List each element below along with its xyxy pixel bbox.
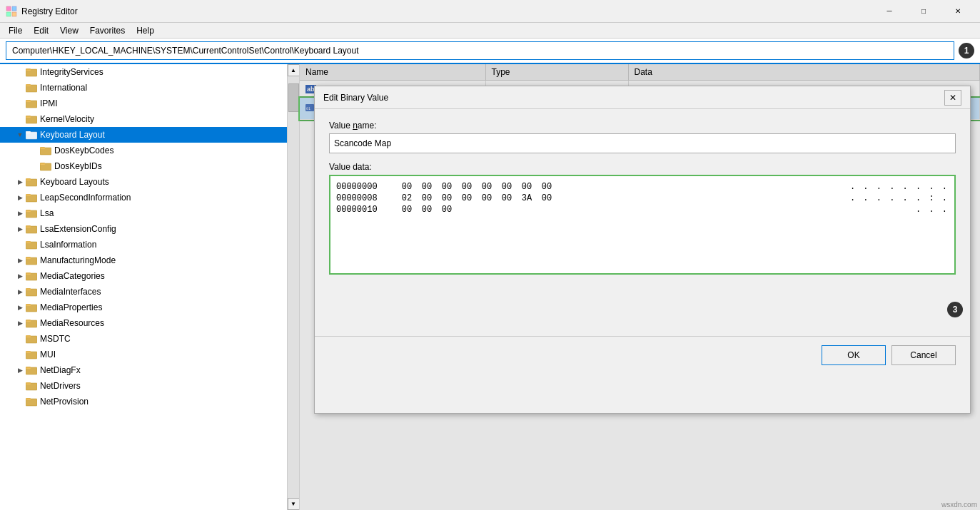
tree-item[interactable]: IntegrityServices: [0, 64, 287, 80]
expand-icon[interactable]: ▶: [14, 255, 26, 266]
hex-byte: 00: [499, 182, 515, 192]
expand-icon[interactable]: [14, 113, 26, 125]
main-layout: IntegrityServices International IPMI Ker…: [0, 64, 980, 510]
scroll-down-arrow[interactable]: ▼: [288, 498, 300, 510]
tree-content: IntegrityServices International IPMI Ker…: [0, 64, 287, 510]
folder-icon: [26, 83, 37, 93]
hex-byte: 00: [479, 193, 495, 203]
tree-item[interactable]: ▶ MediaResources: [0, 315, 287, 331]
scroll-up-arrow[interactable]: ▲: [288, 64, 300, 76]
hex-byte: 00: [459, 182, 475, 192]
menu-file[interactable]: File: [3, 24, 28, 37]
hex-byte: 00: [519, 182, 535, 192]
tree-item-label: KernelVelocity: [40, 114, 94, 124]
menu-edit[interactable]: Edit: [28, 24, 54, 37]
window-controls: ─ □ ✕: [873, 0, 974, 23]
expand-icon[interactable]: [14, 82, 26, 93]
tree-item[interactable]: International: [0, 80, 287, 96]
tree-item[interactable]: KernelVelocity: [0, 111, 287, 127]
tree-scrollbar[interactable]: ▲ ▼: [287, 64, 299, 510]
expand-icon[interactable]: [14, 333, 26, 345]
svg-rect-62: [26, 367, 31, 369]
tree-item[interactable]: MSDTC: [0, 331, 287, 347]
tree-item[interactable]: ▶ LeapSecondInformation: [0, 190, 287, 205]
tree-item[interactable]: ▶ MediaInterfaces: [0, 284, 287, 300]
expand-icon[interactable]: [14, 66, 26, 78]
scroll-track[interactable]: [288, 76, 300, 498]
folder-icon: [26, 67, 37, 77]
expand-icon[interactable]: [29, 160, 40, 172]
expand-icon[interactable]: ▶: [14, 223, 26, 235]
menu-favorites[interactable]: Favorites: [84, 24, 131, 37]
tree-item[interactable]: ▶ MediaCategories: [0, 268, 287, 284]
svg-rect-44: [26, 272, 31, 275]
tree-item[interactable]: ▶ ManufacturingMode: [0, 253, 287, 268]
menu-bar: File Edit View Favorites Help: [0, 23, 980, 39]
hex-byte: 00: [439, 182, 455, 192]
hex-byte: 00: [539, 182, 555, 192]
tree-item-label: MediaProperties: [40, 302, 102, 312]
expand-icon[interactable]: ▶: [14, 286, 26, 297]
expand-icon[interactable]: ▶: [14, 192, 26, 203]
hex-ascii: . . . . . . : .: [850, 193, 949, 203]
tree-item[interactable]: LsaInformation: [0, 237, 287, 253]
dialog-title: Edit Binary Value: [323, 93, 944, 103]
folder-icon: [26, 240, 37, 250]
dialog-close-button[interactable]: ✕: [944, 90, 961, 106]
tree-item[interactable]: ▶ MediaProperties: [0, 300, 287, 315]
tree-item[interactable]: ▶ LsaExtensionConfig: [0, 221, 287, 237]
expand-icon[interactable]: [14, 396, 26, 407]
tree-item-label: IntegrityServices: [40, 67, 103, 77]
tree-item[interactable]: DosKeybCodes: [0, 143, 287, 158]
expand-icon[interactable]: ▶: [14, 302, 26, 313]
hex-byte: 00: [419, 182, 435, 192]
expand-icon[interactable]: [14, 349, 26, 360]
tree-item[interactable]: NetDrivers: [0, 378, 287, 394]
tree-item[interactable]: NetProvision: [0, 394, 287, 409]
maximize-button[interactable]: □: [907, 0, 940, 23]
dialog-overlay: Edit Binary Value ✕ Value name: Value da…: [300, 64, 980, 510]
minimize-button[interactable]: ─: [873, 0, 906, 23]
tree-item[interactable]: DosKeybIDs: [0, 158, 287, 174]
ok-button[interactable]: OK: [822, 345, 886, 365]
address-input[interactable]: [6, 41, 954, 60]
hex-byte: 00: [499, 193, 515, 203]
menu-help[interactable]: Help: [131, 24, 160, 37]
menu-view[interactable]: View: [54, 24, 84, 37]
expand-icon[interactable]: [14, 98, 26, 109]
scroll-thumb[interactable]: [288, 83, 299, 112]
svg-rect-0: [6, 6, 11, 11]
folder-icon: [26, 193, 37, 203]
expand-icon[interactable]: ▶: [14, 270, 26, 282]
svg-rect-20: [40, 147, 45, 149]
value-name-input[interactable]: [329, 133, 956, 153]
expand-icon[interactable]: ▼: [14, 129, 26, 141]
badge-1: 1: [959, 43, 974, 58]
expand-icon[interactable]: ▶: [14, 364, 26, 376]
address-bar: 1: [0, 39, 980, 64]
expand-icon[interactable]: [14, 380, 26, 392]
app-title: Registry Editor: [21, 6, 78, 16]
value-data-box[interactable]: 000000000000000000000000. . . . . . . .0…: [329, 175, 956, 275]
expand-icon[interactable]: ▶: [14, 317, 26, 329]
tree-item[interactable]: ▶ Lsa: [0, 205, 287, 221]
svg-rect-65: [26, 382, 31, 384]
svg-rect-1: [12, 6, 16, 11]
tree-item[interactable]: ▼ Keyboard Layout: [0, 127, 287, 143]
expand-icon[interactable]: [14, 239, 26, 250]
tree-item[interactable]: ▶ NetDiagFx: [0, 362, 287, 378]
tree-item[interactable]: MUI: [0, 347, 287, 362]
svg-rect-41: [26, 257, 31, 259]
close-button[interactable]: ✕: [941, 0, 974, 23]
expand-icon[interactable]: ▶: [14, 208, 26, 219]
expand-icon[interactable]: [29, 145, 40, 156]
cancel-button[interactable]: Cancel: [891, 345, 956, 365]
tree-item-label: LsaInformation: [40, 240, 96, 250]
hex-line: 000000080200000000003A00. . . . . . : .: [336, 193, 949, 203]
tree-item[interactable]: ▶ Keyboard Layouts: [0, 174, 287, 190]
folder-icon: [26, 381, 37, 391]
tree-item[interactable]: IPMI: [0, 96, 287, 111]
svg-rect-17: [26, 131, 31, 133]
right-panel: Name Type Data ab (Default) REG_SZ(value…: [300, 64, 980, 510]
expand-icon[interactable]: ▶: [14, 176, 26, 188]
